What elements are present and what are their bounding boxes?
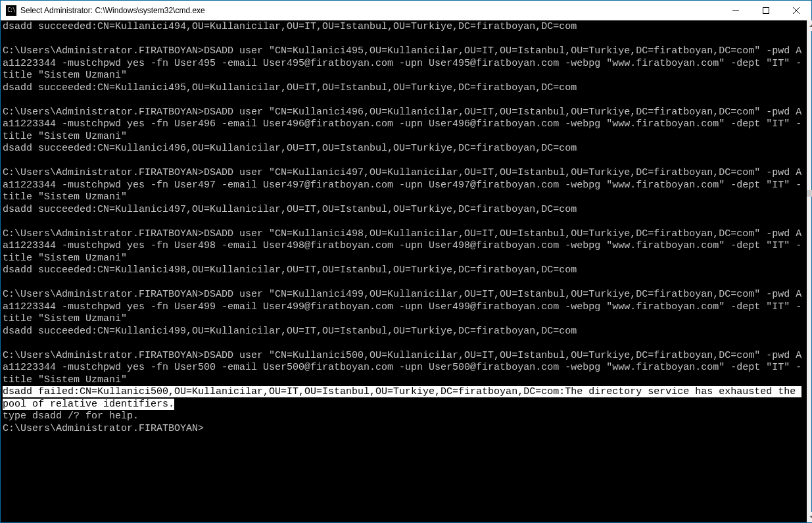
console-output[interactable]: dsadd succeeded:CN=Kullanici494,OU=Kulla… <box>1 20 807 522</box>
titlebar[interactable]: C:\ Select Administrator: C:\Windows\sys… <box>1 1 811 20</box>
cmd-window: C:\ Select Administrator: C:\Windows\sys… <box>0 0 812 523</box>
scroll-up-button[interactable] <box>807 20 812 31</box>
console-line-selected: dsadd failed:CN=Kullanici500,OU=Kullanic… <box>3 386 801 410</box>
maximize-button[interactable] <box>751 1 781 20</box>
console-line: C:\Users\Administrator.FIRATBOYAN>DSADD … <box>3 167 801 203</box>
minimize-button[interactable] <box>721 1 751 20</box>
console-line: dsadd succeeded:CN=Kullanici497,OU=Kulla… <box>3 204 577 215</box>
console-line: C:\Users\Administrator.FIRATBOYAN>DSADD … <box>3 107 801 142</box>
console-line: dsadd succeeded:CN=Kullanici498,OU=Kulla… <box>3 264 577 276</box>
console-line: C:\Users\Administrator.FIRATBOYAN>DSADD … <box>3 350 801 386</box>
console-line: dsadd succeeded:CN=Kullanici496,OU=Kulla… <box>3 143 577 154</box>
scroll-thumb[interactable] <box>807 190 812 197</box>
window-controls <box>721 1 811 20</box>
console-line: dsadd succeeded:CN=Kullanici494,OU=Kulla… <box>3 21 577 32</box>
scrollbar-vertical[interactable] <box>807 20 811 522</box>
console-line: C:\Users\Administrator.FIRATBOYAN>DSADD … <box>3 289 801 324</box>
console-line: type dsadd /? for help. <box>3 411 139 422</box>
scroll-down-button[interactable] <box>807 512 812 522</box>
console-line: dsadd succeeded:CN=Kullanici495,OU=Kulla… <box>3 82 577 93</box>
console-line: C:\Users\Administrator.FIRATBOYAN>DSADD … <box>3 228 801 264</box>
cmd-icon: C:\ <box>6 5 16 16</box>
svg-rect-0 <box>763 8 769 14</box>
console-line: C:\Users\Administrator.FIRATBOYAN> <box>3 423 204 434</box>
console-line: C:\Users\Administrator.FIRATBOYAN>DSADD … <box>3 45 801 81</box>
close-button[interactable] <box>781 1 811 20</box>
console-line: dsadd succeeded:CN=Kullanici499,OU=Kulla… <box>3 326 577 337</box>
window-title: Select Administrator: C:\Windows\system3… <box>20 6 205 15</box>
